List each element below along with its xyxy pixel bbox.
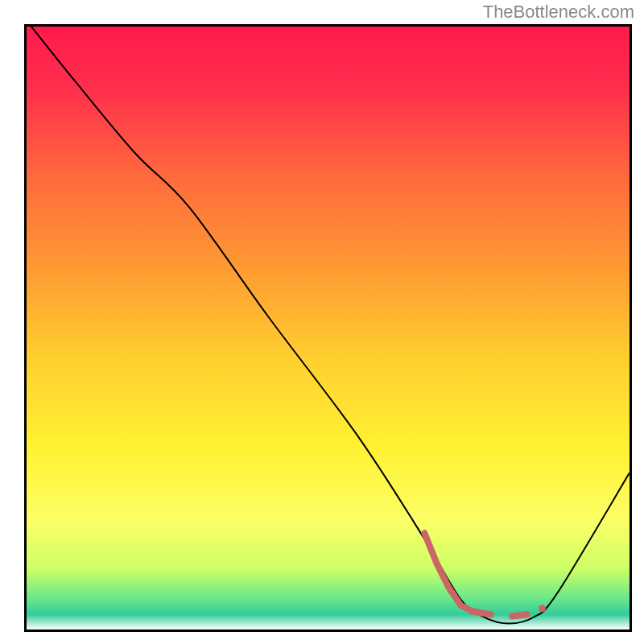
bottleneck-curve xyxy=(27,27,630,624)
chart-container: TheBottleneck.com xyxy=(0,0,644,644)
watermark-label: TheBottleneck.com xyxy=(483,2,634,23)
plot-area xyxy=(24,24,632,632)
curve-layer xyxy=(27,27,630,630)
optimal-range-marker xyxy=(424,533,546,616)
svg-point-1 xyxy=(539,605,546,612)
